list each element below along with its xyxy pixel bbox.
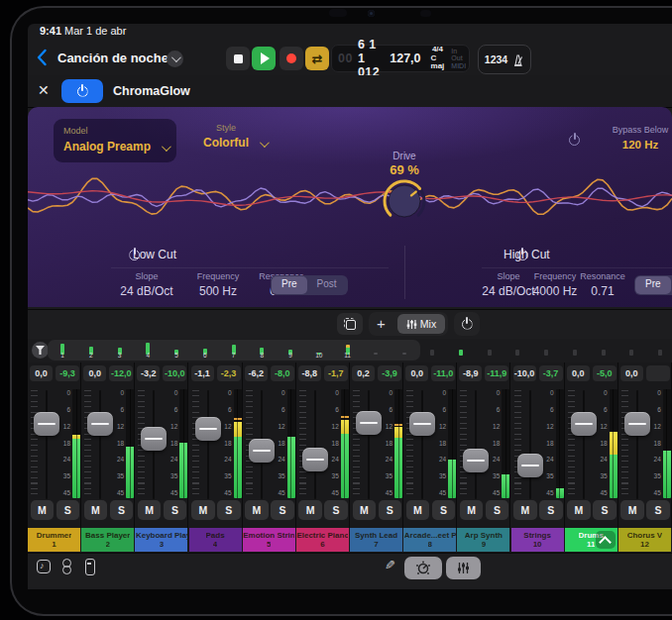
fader-handle[interactable] bbox=[517, 454, 543, 477]
play-button[interactable] bbox=[252, 47, 276, 70]
channel-level-value[interactable]: -2,3 bbox=[217, 365, 241, 381]
track-label[interactable]: Drummer1 bbox=[28, 528, 80, 552]
channel-pan-value[interactable]: -10,0 bbox=[513, 365, 536, 381]
post-option[interactable]: Post bbox=[307, 276, 347, 294]
channel-level-value[interactable]: -8,0 bbox=[271, 365, 294, 381]
add-track-button[interactable]: + bbox=[377, 315, 386, 332]
highcut-resonance[interactable]: Resonance 0.71 bbox=[575, 271, 630, 298]
fader-handle[interactable] bbox=[141, 427, 167, 451]
loop-button[interactable]: ⇄ bbox=[305, 47, 329, 70]
mute-button[interactable]: M bbox=[31, 500, 55, 520]
plugins-icon[interactable] bbox=[58, 559, 74, 574]
track-label[interactable]: Arcade...eet Pad8 bbox=[403, 528, 456, 552]
mute-button[interactable]: M bbox=[84, 500, 108, 520]
channel-level-value[interactable]: -3,9 bbox=[378, 365, 401, 381]
mute-button[interactable]: M bbox=[353, 500, 377, 520]
fader-handle[interactable] bbox=[409, 412, 435, 436]
solo-button[interactable]: S bbox=[110, 500, 134, 520]
lowcut-frequency[interactable]: Frequency 500 Hz bbox=[186, 271, 250, 298]
track-label[interactable]: Arp Synth9 bbox=[457, 528, 509, 552]
channel-level-value[interactable]: -10,0 bbox=[163, 365, 186, 381]
channel-level-value[interactable]: -11,0 bbox=[431, 365, 455, 381]
record-button[interactable] bbox=[280, 47, 303, 70]
channel-pan-value[interactable]: 0,0 bbox=[567, 365, 590, 381]
channel-strip-icon[interactable] bbox=[82, 559, 98, 574]
mute-button[interactable]: M bbox=[513, 500, 537, 520]
channel-pan-value[interactable]: 0,0 bbox=[620, 365, 643, 381]
mute-button[interactable]: M bbox=[245, 500, 269, 520]
highcut-prepost-toggle[interactable]: Pre Post bbox=[634, 275, 672, 295]
loops-browser-icon[interactable]: ♪ bbox=[36, 559, 52, 574]
channel-pan-value[interactable]: -3,2 bbox=[137, 365, 160, 381]
channel-pan-value[interactable]: -8,8 bbox=[298, 365, 321, 381]
mute-button[interactable]: M bbox=[191, 500, 215, 520]
track-label[interactable]: Synth Lead7 bbox=[350, 528, 402, 552]
track-label[interactable]: Drums11 bbox=[565, 528, 617, 552]
channel-level-value[interactable]: -5,0 bbox=[593, 365, 616, 381]
channel-pan-value[interactable]: 0,0 bbox=[83, 365, 106, 381]
solo-button[interactable]: S bbox=[324, 500, 348, 520]
fader-handle[interactable] bbox=[463, 449, 489, 472]
model-selector[interactable]: Model Analog Preamp bbox=[54, 119, 176, 162]
channel-pan-value[interactable]: -6,2 bbox=[245, 365, 268, 381]
solo-button[interactable]: S bbox=[432, 500, 456, 520]
solo-button[interactable]: S bbox=[56, 500, 80, 520]
track-label[interactable]: Bass Player2 bbox=[81, 528, 134, 552]
fader-handle[interactable] bbox=[624, 412, 650, 436]
solo-button[interactable]: S bbox=[539, 500, 563, 520]
pre-option[interactable]: Pre bbox=[635, 276, 671, 294]
channel-pan-value[interactable]: 0,0 bbox=[405, 365, 428, 381]
song-menu-button[interactable] bbox=[167, 51, 183, 67]
channel-pan-value[interactable]: 0,0 bbox=[30, 365, 53, 381]
channel-level-value[interactable]: -1,7 bbox=[324, 365, 348, 381]
style-selector[interactable]: Style Colorful bbox=[181, 123, 271, 150]
fader-handle[interactable] bbox=[356, 411, 382, 435]
track-label[interactable]: Pads4 bbox=[189, 528, 242, 552]
mixer-view-button[interactable] bbox=[446, 557, 481, 579]
drive-knob[interactable] bbox=[382, 178, 427, 224]
channel-level-value[interactable]: -11,9 bbox=[485, 365, 508, 381]
mute-button[interactable]: M bbox=[406, 500, 430, 520]
count-in-button[interactable]: 1234 bbox=[478, 45, 531, 74]
lowcut-prepost-toggle[interactable]: Pre Post bbox=[271, 275, 348, 295]
fader-handle[interactable] bbox=[249, 439, 275, 463]
stop-button[interactable] bbox=[226, 47, 250, 70]
solo-button[interactable]: S bbox=[164, 500, 187, 520]
fader-handle[interactable] bbox=[34, 412, 59, 436]
overview-visible-range[interactable]: 1234567891011 bbox=[48, 340, 420, 361]
mute-button[interactable]: M bbox=[298, 500, 322, 520]
fader-handle[interactable] bbox=[87, 412, 113, 436]
mix-toggle-button[interactable]: Mix bbox=[397, 314, 445, 334]
mute-button[interactable]: M bbox=[460, 500, 484, 520]
plugin-power-button[interactable] bbox=[61, 79, 103, 103]
solo-button[interactable]: S bbox=[271, 500, 294, 520]
mute-button[interactable]: M bbox=[620, 500, 644, 520]
channel-pan-value[interactable]: 0,2 bbox=[352, 365, 375, 381]
collapse-button[interactable] bbox=[596, 531, 616, 549]
close-icon[interactable]: ✕ bbox=[38, 82, 50, 98]
channel-overview[interactable]: 1234567891011 bbox=[28, 339, 672, 362]
lowcut-slope[interactable]: Slope 24 dB/Oct bbox=[112, 271, 181, 298]
channel-pan-value[interactable]: -1,1 bbox=[191, 365, 214, 381]
mute-button[interactable]: M bbox=[138, 500, 162, 520]
level-control[interactable]: Level 0.0 bbox=[652, 125, 672, 151]
pre-option[interactable]: Pre bbox=[272, 276, 307, 294]
solo-button[interactable]: S bbox=[486, 500, 509, 520]
track-label[interactable]: Electric Piano6 bbox=[296, 528, 349, 552]
solo-button[interactable]: S bbox=[646, 500, 670, 520]
lcd-display[interactable]: 00 6 1 1 012 127,0 4/4 C maj In Out MIDI bbox=[331, 45, 470, 72]
mute-button[interactable]: M bbox=[567, 500, 591, 520]
duplicate-button[interactable] bbox=[337, 313, 363, 335]
solo-button[interactable]: S bbox=[379, 500, 402, 520]
back-icon[interactable] bbox=[36, 49, 48, 66]
track-label[interactable]: Emotion Strings5 bbox=[243, 528, 295, 552]
channel-pan-value[interactable]: -8,9 bbox=[459, 365, 482, 381]
track-label[interactable]: Strings10 bbox=[511, 528, 564, 552]
fader-handle[interactable] bbox=[195, 417, 221, 441]
fader-handle[interactable] bbox=[302, 448, 328, 471]
channel-level-value[interactable]: -9,3 bbox=[56, 365, 79, 381]
channel-level-value[interactable]: -3,7 bbox=[539, 365, 563, 381]
filter-button[interactable] bbox=[32, 342, 49, 359]
solo-button[interactable]: S bbox=[217, 500, 241, 520]
channel-level-value[interactable]: -12,0 bbox=[109, 365, 133, 381]
